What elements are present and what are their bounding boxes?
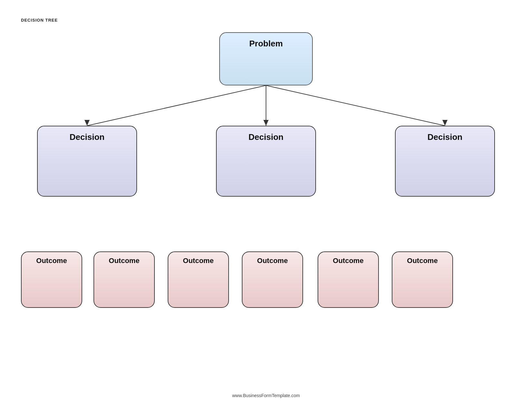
outcome-3-label: Outcome — [183, 257, 213, 265]
svg-marker-5 — [442, 120, 448, 126]
outcome-node-2: Outcome — [94, 251, 155, 308]
outcome-6-label: Outcome — [407, 257, 438, 265]
problem-label: Problem — [249, 39, 283, 49]
outcome-node-3: Outcome — [168, 251, 229, 308]
decision-node-center: Decision — [216, 126, 316, 197]
decision-left-label: Decision — [70, 132, 104, 142]
outcome-node-4: Outcome — [242, 251, 303, 308]
outcome-1-label: Outcome — [36, 257, 67, 265]
svg-line-0 — [87, 85, 266, 126]
footer: www.BusinessFormTemplate.com — [232, 393, 300, 398]
outcome-5-label: Outcome — [333, 257, 363, 265]
svg-line-4 — [266, 85, 445, 126]
outcome-2-label: Outcome — [109, 257, 139, 265]
outcome-4-label: Outcome — [257, 257, 288, 265]
decision-center-label: Decision — [249, 132, 283, 142]
outcome-node-6: Outcome — [392, 251, 453, 308]
svg-marker-1 — [84, 120, 90, 126]
outcome-node-5: Outcome — [318, 251, 379, 308]
decision-node-left: Decision — [37, 126, 137, 197]
decision-node-right: Decision — [395, 126, 495, 197]
decision-right-label: Decision — [428, 132, 462, 142]
svg-marker-3 — [263, 120, 269, 126]
page-title: DECISION TREE — [21, 18, 58, 23]
outcome-node-1: Outcome — [21, 251, 82, 308]
problem-node: Problem — [219, 32, 313, 85]
